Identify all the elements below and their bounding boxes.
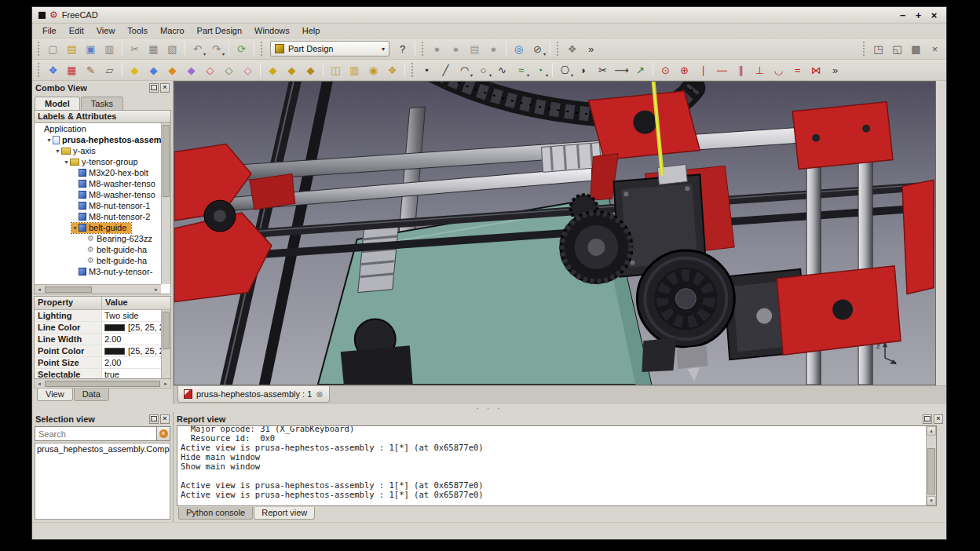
create-body-button[interactable]: ❖	[44, 61, 62, 78]
document-tab[interactable]: prusa-hephestos-assembly : 1 ⊗	[177, 386, 330, 403]
constraint-coincident-button[interactable]: ⊙	[656, 61, 675, 78]
menu-edit[interactable]: Edit	[64, 25, 90, 36]
tree-item-content[interactable]: M3-nut-y-tensor-	[71, 267, 152, 277]
menu-help[interactable]: Help	[297, 25, 326, 36]
menu-part-design[interactable]: Part Design	[192, 25, 247, 36]
sketch-extend-button[interactable]: ⟶	[612, 61, 631, 78]
sketch-line-button[interactable]: ╱	[437, 61, 455, 78]
paste-button[interactable]: ▧	[163, 40, 181, 57]
sketch-slot-button[interactable]: ◗	[575, 61, 593, 78]
tree-item-content[interactable]: M8-washer-tenso	[71, 190, 155, 200]
horizontal-splitter[interactable]	[32, 404, 946, 412]
menu-windows[interactable]: Windows	[249, 25, 295, 36]
sketch-polygon-button[interactable]: ⎔▾	[556, 61, 574, 78]
property-value[interactable]: Two side	[102, 310, 161, 321]
document-tab-close-icon[interactable]: ⊗	[316, 390, 323, 399]
property-row-selectable[interactable]: Selectabletrue	[35, 369, 161, 378]
scroll-right-arrow-icon[interactable]: ▸	[161, 379, 170, 388]
tree-item-content[interactable]: M8-nut-tensor-1	[71, 201, 150, 211]
chamfer-button[interactable]: ◆	[283, 61, 301, 78]
constraint-perpendicular-button[interactable]: ⊥	[751, 61, 769, 78]
property-value[interactable]: 2.00	[102, 334, 161, 345]
multi-transform-button[interactable]: ❖	[383, 61, 401, 78]
toolbar-grip[interactable]	[422, 42, 424, 56]
redo-button[interactable]: ↷▾	[207, 40, 225, 57]
view-fit-all-button[interactable]: ◎	[510, 40, 528, 57]
additive-pipe-button[interactable]: ◆	[182, 61, 200, 78]
sketch-point-button[interactable]: •	[418, 61, 436, 78]
undo-button[interactable]: ↶▾	[188, 40, 207, 57]
whats-this-button[interactable]: ?	[393, 40, 411, 57]
close-panel-icon[interactable]	[934, 414, 943, 424]
sketch-trim-button[interactable]: ✂	[594, 61, 612, 78]
tree-item-selected[interactable]: ▼belt-guide	[71, 223, 131, 233]
toggle-selectability-button[interactable]: ▩	[907, 40, 925, 57]
float-panel-icon[interactable]	[149, 414, 159, 424]
menu-file[interactable]: File	[37, 25, 62, 36]
close-panel-icon[interactable]	[160, 414, 170, 424]
tab-report-view[interactable]: Report view	[254, 507, 315, 520]
polar-pattern-button[interactable]: ◉	[364, 61, 382, 78]
tree-item-y-tensor-group[interactable]: ▼y-tensor-group	[35, 156, 161, 167]
tree-item-m3x20-hex-bolt[interactable]: M3x20-hex-bolt	[35, 167, 161, 178]
constraint-point-on-object-button[interactable]: ⊕	[675, 61, 693, 78]
float-panel-icon[interactable]	[149, 83, 159, 93]
tree-item-bearing-623zz[interactable]: ⚙Bearing-623zz	[35, 233, 161, 244]
minimize-button[interactable]: −	[897, 9, 909, 21]
tree-item-content[interactable]: M8-washer-tenso	[71, 179, 155, 189]
3d-viewport[interactable]: z	[174, 81, 936, 385]
float-panel-icon[interactable]	[923, 414, 932, 424]
toolbar-grip[interactable]	[261, 42, 263, 56]
tree-item-content[interactable]: ▼prusa-hephestos-assembly	[46, 135, 161, 145]
tree-item-belt-guide-ha[interactable]: ⚙belt-guide-ha	[35, 244, 161, 255]
expander-icon[interactable]: ▼	[46, 137, 53, 143]
scroll-down-arrow-icon[interactable]: ▾	[927, 496, 936, 505]
tree-item-content[interactable]: M3x20-hex-bolt	[71, 168, 148, 178]
tab-data[interactable]: Data	[74, 389, 109, 401]
view-axonometric-button[interactable]: ❖	[563, 40, 581, 57]
hole-button[interactable]: ◇	[220, 61, 238, 78]
additive-loft-button[interactable]: ◆	[163, 61, 181, 78]
refresh-button[interactable]: ⟳	[232, 40, 250, 57]
sketch-polyline-button[interactable]: ∿	[493, 61, 511, 78]
window-menu-icon[interactable]	[38, 12, 46, 19]
tree-item-application[interactable]: Application	[35, 123, 161, 134]
property-value[interactable]: [25, 25, 25]	[102, 345, 161, 356]
close-panel-icon[interactable]	[160, 83, 170, 93]
tree-vertical-scrollbar[interactable]	[161, 123, 170, 284]
scrollbar-thumb[interactable]	[163, 312, 170, 349]
fillet-button[interactable]: ◆	[264, 61, 282, 78]
save-document-button[interactable]: ▣	[82, 40, 100, 57]
tree-item-content[interactable]: ▼y-axis	[54, 146, 96, 156]
toolbar-overflow-button[interactable]: »	[826, 61, 844, 78]
menu-tools[interactable]: Tools	[122, 25, 153, 36]
tree-item-content[interactable]: ▼y-tensor-group	[63, 157, 138, 167]
workbench-selector[interactable]: Part Design▾	[270, 41, 389, 57]
menu-macro[interactable]: Macro	[155, 25, 190, 36]
open-document-button[interactable]: ▤	[63, 40, 81, 57]
sketch-b-spline-button[interactable]: ≈▾	[512, 61, 530, 78]
property-value[interactable]: true	[102, 369, 161, 378]
property-value[interactable]: [25, 25, 25]	[102, 322, 161, 333]
property-row-lighting[interactable]: LightingTwo side	[35, 310, 161, 322]
groove-button[interactable]: ◇	[239, 61, 257, 78]
toolbar-grip[interactable]	[411, 63, 414, 77]
box-element-selection-button[interactable]: ◳	[869, 40, 887, 57]
map-sketch-to-face-button[interactable]: ▱	[101, 61, 119, 78]
scrollbar-thumb[interactable]	[163, 125, 170, 197]
toolbar-grip[interactable]	[863, 42, 865, 56]
revolution-button[interactable]: ◆	[144, 61, 163, 78]
external-geometry-button[interactable]: ↗	[631, 61, 649, 78]
scroll-up-arrow-icon[interactable]: ▴	[927, 426, 936, 436]
linear-pattern-button[interactable]: ▥	[346, 61, 364, 78]
edit-sketch-button[interactable]: ✎	[82, 61, 100, 78]
tab-view[interactable]: View	[37, 389, 73, 401]
scrollbar-thumb[interactable]	[45, 286, 92, 293]
tree-item-y-axis[interactable]: ▼y-axis	[35, 145, 161, 156]
sketch-circle-button[interactable]: ○▾	[474, 61, 492, 78]
measurement-clear-button[interactable]: ×	[926, 40, 944, 57]
create-sketch-button[interactable]: ▦	[63, 61, 81, 78]
sketch-conic-button[interactable]: ◔▾	[531, 61, 549, 78]
tree-item-prusa-hephestos-assembly[interactable]: ▼prusa-hephestos-assembly	[35, 134, 161, 145]
selection-list-item[interactable]: prusa_hephestos_assembly.Compound0	[35, 443, 170, 454]
